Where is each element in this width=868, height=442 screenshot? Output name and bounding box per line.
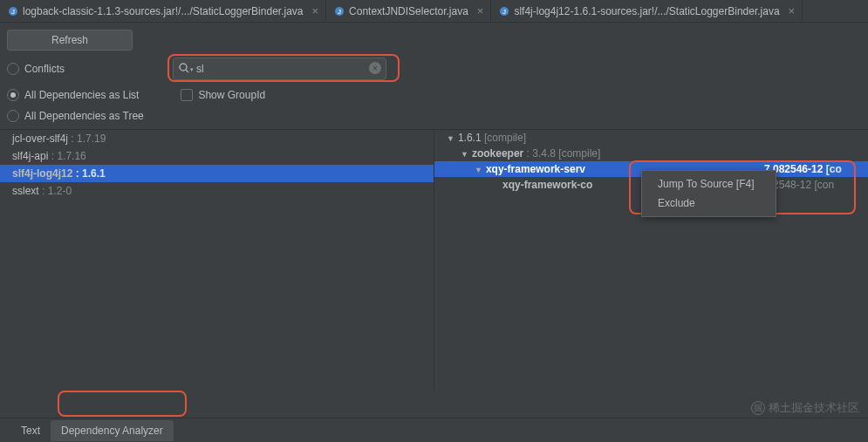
context-menu: Jump To Source [F4] Exclude (641, 170, 776, 217)
file-icon: J (498, 5, 510, 17)
svg-point-6 (180, 64, 187, 71)
tab-label: slf4j-log4j12-1.6.1-sources.jar!/.../Sta… (514, 5, 779, 17)
tab-text[interactable]: Text (10, 420, 51, 441)
svg-text:J: J (11, 8, 15, 16)
content-panes: jcl-over-slf4j : 1.7.19 slf4j-api : 1.7.… (0, 129, 868, 391)
menu-item-exclude[interactable]: Exclude (642, 194, 776, 213)
close-icon[interactable]: × (312, 4, 319, 17)
radio-all-tree[interactable]: All Dependencies as Tree (7, 110, 144, 122)
radio-icon (7, 110, 19, 122)
close-icon[interactable]: × (477, 4, 484, 17)
tree-row[interactable]: ▼1.6.1 [compile] (434, 130, 868, 146)
svg-line-7 (186, 70, 188, 72)
filter-panel: Conflicts ▾ × All Dependencies as List S… (0, 54, 868, 129)
file-icon: J (7, 5, 19, 17)
radio-label-text: Conflicts (24, 63, 65, 75)
svg-text:J: J (338, 8, 341, 16)
editor-tab-1[interactable]: J ContextJNDISelector.java × (326, 0, 491, 22)
dependency-list[interactable]: jcl-over-slf4j : 1.7.19 slf4j-api : 1.7.… (0, 130, 434, 391)
toolbar: Refresh (0, 23, 868, 54)
svg-text:J: J (502, 8, 506, 16)
search-input[interactable] (173, 58, 386, 80)
editor-tab-0[interactable]: J logback-classic-1.1.3-sources.jar!/...… (0, 0, 326, 22)
highlight-box (58, 391, 187, 417)
radio-label-text: All Dependencies as Tree (24, 110, 144, 122)
checkbox-show-groupid[interactable]: Show GroupId (181, 89, 265, 101)
watermark-logo-icon: 掘 (751, 401, 765, 415)
tab-label: logback-classic-1.1.3-sources.jar!/.../S… (23, 5, 304, 17)
radio-label-text: All Dependencies as List (24, 89, 139, 101)
watermark-text: 稀土掘金技术社区 (769, 400, 859, 416)
radio-all-list[interactable]: All Dependencies as List (7, 89, 139, 101)
radio-icon (7, 63, 19, 75)
list-item[interactable]: slf4j-api : 1.7.16 (0, 147, 434, 165)
list-item[interactable]: jcl-over-slf4j : 1.7.19 (0, 130, 434, 147)
checkbox-icon (181, 89, 193, 101)
chevron-down-icon[interactable]: ▼ (475, 166, 482, 174)
tab-dependency-analyzer[interactable]: Dependency Analyzer (51, 420, 174, 441)
radio-conflicts[interactable]: Conflicts (7, 63, 65, 75)
chevron-down-icon[interactable]: ▼ (447, 134, 455, 143)
search-options-icon[interactable]: ▾ (190, 66, 194, 73)
list-item[interactable]: sslext : 1.2-0 (0, 182, 434, 200)
checkbox-label-text: Show GroupId (198, 89, 265, 101)
search-wrap: ▾ × (173, 58, 386, 80)
menu-item-jump-to-source[interactable]: Jump To Source [F4] (642, 174, 776, 194)
editor-tabs: J logback-classic-1.1.3-sources.jar!/...… (0, 0, 868, 23)
dependency-tree[interactable]: ▼1.6.1 [compile] ▼zookeeper : 3.4.8 [com… (434, 130, 868, 391)
file-icon: J (333, 5, 345, 17)
close-icon[interactable]: × (789, 4, 796, 17)
tab-label: ContextJNDISelector.java (349, 5, 468, 17)
bottom-tabs: Text Dependency Analyzer (0, 418, 868, 442)
tree-row[interactable]: ▼zookeeper : 3.4.8 [compile] (434, 146, 868, 161)
editor-tab-2[interactable]: J slf4j-log4j12-1.6.1-sources.jar!/.../S… (491, 0, 803, 22)
watermark: 掘 稀土掘金技术社区 (751, 400, 859, 416)
list-item[interactable]: slf4j-log4j12 : 1.6.1 (0, 165, 434, 182)
refresh-button[interactable]: Refresh (7, 30, 133, 51)
radio-icon (7, 89, 19, 101)
chevron-down-icon[interactable]: ▼ (461, 150, 468, 159)
search-icon (178, 62, 190, 77)
clear-icon[interactable]: × (369, 62, 381, 74)
